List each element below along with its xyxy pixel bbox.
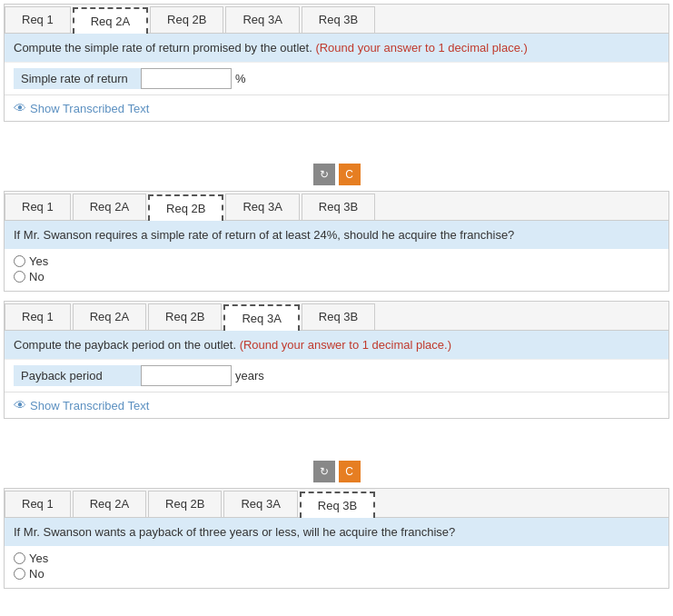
- radio-yes-input-s4[interactable]: [14, 552, 25, 564]
- radio-yes-s2: Yes: [14, 254, 659, 268]
- tab-req3b-s4[interactable]: Req 3B: [300, 492, 375, 518]
- radio-no-label-s4: No: [29, 567, 45, 581]
- tab-req3a-s4[interactable]: Req 3A: [223, 491, 297, 517]
- tab-req1-s1[interactable]: Req 1: [5, 6, 71, 33]
- radio-group-s4: Yes No: [5, 546, 668, 588]
- tabs-section4: Req 1 Req 2A Req 2B Req 3A Req 3B: [5, 489, 668, 518]
- reset-btn-2[interactable]: ↻: [313, 461, 335, 482]
- input-row-s1: Simple rate of return %: [5, 62, 668, 94]
- eye-icon-s3: 👁: [14, 398, 26, 412]
- instruction-s2: If Mr. Swanson requires a simple rate of…: [5, 221, 668, 249]
- radio-no-input-s2[interactable]: [14, 271, 25, 283]
- tab-req3a-s2[interactable]: Req 3A: [225, 194, 299, 220]
- tab-req2a-s3[interactable]: Req 2A: [73, 303, 146, 330]
- radio-no-label-s2: No: [29, 270, 45, 283]
- tab-req1-s2[interactable]: Req 1: [5, 194, 71, 220]
- tab-req2a-s1[interactable]: Req 2A: [73, 7, 148, 34]
- tab-req3a-s1[interactable]: Req 3A: [225, 6, 299, 33]
- eye-icon-s1: 👁: [14, 101, 26, 115]
- payback-label: Payback period: [14, 365, 141, 386]
- payback-input[interactable]: [141, 365, 232, 386]
- tabs-section2: Req 1 Req 2A Req 2B Req 3A Req 3B: [5, 192, 668, 221]
- simple-rate-label: Simple rate of return: [14, 68, 141, 89]
- radio-yes-label-s4: Yes: [29, 551, 48, 565]
- tab-req2a-s2[interactable]: Req 2A: [73, 194, 146, 220]
- input-row-s3: Payback period years: [5, 359, 668, 392]
- tab-req2b-s2[interactable]: Req 2B: [148, 194, 223, 221]
- reset-btn-1[interactable]: ↻: [313, 164, 335, 185]
- icon-bar-1: ↻ C: [4, 158, 669, 191]
- radio-no-s2: No: [14, 270, 659, 283]
- radio-yes-input-s2[interactable]: [14, 255, 25, 267]
- tab-req2a-s4[interactable]: Req 2A: [73, 491, 146, 517]
- instruction-s4: If Mr. Swanson wants a payback of three …: [5, 518, 668, 546]
- tab-req1-s4[interactable]: Req 1: [5, 491, 71, 517]
- show-transcribed-s3[interactable]: 👁 Show Transcribed Text: [5, 392, 668, 418]
- tab-req2b-s1[interactable]: Req 2B: [150, 6, 223, 33]
- tab-req3a-s3[interactable]: Req 3A: [223, 304, 299, 331]
- years-unit: years: [235, 369, 264, 383]
- percent-unit: %: [235, 72, 246, 85]
- section-req2b: Req 1 Req 2A Req 2B Req 3A Req 3B If Mr.…: [4, 191, 669, 292]
- section-req3b: Req 1 Req 2A Req 2B Req 3A Req 3B If Mr.…: [4, 488, 669, 589]
- tab-req3b-s1[interactable]: Req 3B: [302, 6, 375, 33]
- confirm-btn-2[interactable]: C: [339, 461, 361, 482]
- show-transcribed-s1[interactable]: 👁 Show Transcribed Text: [5, 94, 668, 121]
- radio-group-s2: Yes No: [5, 249, 668, 291]
- tab-req1-s3[interactable]: Req 1: [5, 303, 71, 330]
- tab-req3b-s2[interactable]: Req 3B: [302, 194, 375, 220]
- section-req3a: Req 1 Req 2A Req 2B Req 3A Req 3B Comput…: [4, 301, 669, 419]
- confirm-btn-1[interactable]: C: [339, 164, 361, 185]
- simple-rate-input[interactable]: [141, 68, 232, 89]
- tab-req2b-s3[interactable]: Req 2B: [148, 303, 222, 330]
- tabs-section3: Req 1 Req 2A Req 2B Req 3A Req 3B: [5, 302, 668, 331]
- tab-req2b-s4[interactable]: Req 2B: [148, 491, 222, 517]
- section-req2a: Req 1 Req 2A Req 2B Req 3A Req 3B Comput…: [4, 4, 669, 122]
- radio-yes-s4: Yes: [14, 551, 659, 565]
- icon-bar-2: ↻ C: [4, 455, 669, 488]
- instruction-s3: Compute the payback period on the outlet…: [5, 331, 668, 359]
- instruction-s1: Compute the simple rate of return promis…: [5, 34, 668, 62]
- radio-no-s4: No: [14, 567, 659, 581]
- tabs-section1: Req 1 Req 2A Req 2B Req 3A Req 3B: [5, 5, 668, 34]
- tab-req3b-s3[interactable]: Req 3B: [302, 303, 375, 330]
- radio-yes-label-s2: Yes: [29, 254, 48, 268]
- radio-no-input-s4[interactable]: [14, 568, 25, 580]
